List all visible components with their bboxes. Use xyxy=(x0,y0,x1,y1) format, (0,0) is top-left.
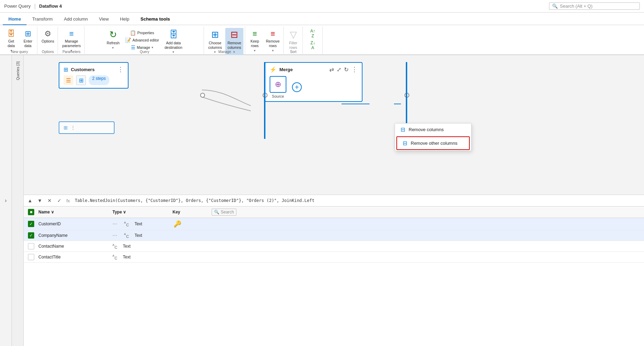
formula-input[interactable] xyxy=(73,197,642,204)
ribbon-group-rows: ≡ Keeprows ▾ ≡ Removerows ▾ xyxy=(246,27,284,55)
advanced-editor-button[interactable]: 📝 Advanced editor xyxy=(123,37,161,44)
add-data-destination-label: Add datadestination xyxy=(164,41,182,50)
advanced-editor-label: Advanced editor xyxy=(132,38,159,42)
row-type-customerid: Text xyxy=(134,221,169,226)
table-row[interactable]: ContactName ᴬC Text xyxy=(24,241,644,252)
merge-node[interactable]: ⚡ Merge ⇄ ⤢ ↻ ⋮ ⊕ xyxy=(265,62,363,102)
select-all-checkbox[interactable]: ■ xyxy=(28,209,34,215)
customers-node-title: Customers xyxy=(71,67,95,72)
customers-output-connector xyxy=(200,93,205,98)
table-search-placeholder: Search xyxy=(221,210,234,215)
table-row[interactable]: ✓ CompanyName ··· ᴬC Text xyxy=(24,230,644,241)
remove-other-columns-menu-icon: ⊟ xyxy=(403,140,407,146)
partial-node-dots[interactable]: ⋮ xyxy=(71,125,75,130)
source-merge-icon: ⊕ xyxy=(275,80,281,89)
global-search[interactable]: 🔍 Search (Alt + Q) xyxy=(549,2,640,10)
table-area: ■ Name ∨ Type ∨ Key 🔍 Search ✓ CustomerI… xyxy=(24,206,644,346)
manage-columns-group-label: Manage xyxy=(205,50,244,54)
sort-az-button[interactable]: A↑Z xyxy=(305,28,321,39)
customers-node[interactable]: ⊞ Customers ⋮ ☰ ⊞ 2 steps xyxy=(59,62,129,89)
row-checkbox-customerid[interactable]: ✓ xyxy=(28,221,34,227)
enter-data-icon: ⊞ xyxy=(25,29,31,38)
merge-node-icon: ⚡ xyxy=(270,66,277,73)
table-row[interactable]: ContactTitle ᴬC Text xyxy=(24,252,644,263)
sidebar-collapse-button[interactable]: › xyxy=(0,55,12,346)
table-search[interactable]: 🔍 Search xyxy=(212,209,236,216)
partial-node-table-icon: ⊞ xyxy=(64,125,68,130)
enter-data-button[interactable]: ⊞ Enterdata xyxy=(20,28,36,50)
remove-columns-menu-item[interactable]: ⊟ Remove columns xyxy=(395,123,471,136)
ribbon-group-new-query: 🗄 Getdata ▾ ⊞ Enterdata New query xyxy=(2,27,37,55)
title-bar: Power Query | Dataflow 4 🔍 Search (Alt +… xyxy=(0,0,644,13)
remove-columns-menu-icon: ⊟ xyxy=(401,126,405,133)
formula-down-button[interactable]: ▼ xyxy=(36,196,44,205)
keep-rows-label: Keeprows xyxy=(250,39,259,48)
ribbon-group-options: ⚙ Options Options xyxy=(38,27,58,55)
sort-az-icon: A↑Z xyxy=(310,29,315,38)
keep-rows-dropdown-arrow: ▾ xyxy=(254,49,256,53)
type-column-header: Type ∨ xyxy=(112,210,168,215)
row-type-contacttitle: Text xyxy=(123,255,158,260)
tab-add-column[interactable]: Add column xyxy=(58,14,94,25)
refresh-icon: ↻ xyxy=(109,29,117,40)
customers-list-icon: ☰ xyxy=(64,75,73,85)
row-checkbox-companyname[interactable]: ✓ xyxy=(28,232,34,239)
merge-menu[interactable]: ⋮ xyxy=(351,66,358,73)
ribbon-tabs: Home Transform Add column View Help Sche… xyxy=(0,13,644,25)
type-icon-contactname: ᴬC xyxy=(112,243,117,249)
merge-share-icon[interactable]: ⇄ xyxy=(329,66,334,73)
enter-data-label: Enterdata xyxy=(23,39,32,48)
refresh-button[interactable]: ↻ Refresh ▾ xyxy=(105,28,122,51)
ribbon-group-query: ↻ Refresh ▾ 📋 Properties 📝 Advanced edit… xyxy=(85,27,204,55)
tab-view[interactable]: View xyxy=(94,14,115,25)
source-label: Source xyxy=(272,94,284,98)
refresh-dropdown-arrow: ▾ xyxy=(112,46,114,50)
options-group-label: Options xyxy=(38,50,58,54)
options-label: Options xyxy=(42,39,54,44)
remove-columns-dropdown: ⊟ Remove columns ⊟ Remove other columns xyxy=(395,123,471,151)
parameters-group-label: Parameters xyxy=(59,50,84,54)
choose-columns-icon: ⊞ xyxy=(211,29,219,40)
merge-expand-icon[interactable]: ⤢ xyxy=(337,66,341,73)
remove-rows-icon: ≡ xyxy=(271,29,275,38)
query-group-label: Query xyxy=(85,50,204,54)
keep-rows-button[interactable]: ≡ Keeprows ▾ xyxy=(247,28,263,54)
formula-up-button[interactable]: ▲ xyxy=(26,196,34,205)
tab-transform[interactable]: Transform xyxy=(27,14,58,25)
row-checkbox-contactname[interactable] xyxy=(28,243,34,249)
remove-rows-button[interactable]: ≡ Removerows ▾ xyxy=(264,28,282,54)
add-step-button[interactable]: + xyxy=(292,82,302,92)
filter-rows-icon: ▽ xyxy=(290,29,297,40)
merge-refresh-icon[interactable]: ↻ xyxy=(344,66,349,73)
new-query-group-label: New query xyxy=(2,50,37,54)
merge-left-border xyxy=(264,62,265,139)
source-icon-box: ⊕ xyxy=(270,76,286,93)
partial-node[interactable]: ⊞ ⋮ xyxy=(59,121,115,134)
tab-schema-tools[interactable]: Schema tools xyxy=(135,14,176,25)
main-layout: › Queries [3] ⊞ Customers xyxy=(0,55,644,346)
filter-group-label: Sort xyxy=(284,50,302,54)
remove-rows-label: Removerows xyxy=(266,39,280,48)
customers-node-menu[interactable]: ⋮ xyxy=(117,66,124,73)
formula-cancel-button[interactable]: ✕ xyxy=(45,196,54,205)
manage-dropdown-arrow: ▾ xyxy=(152,46,153,49)
formula-confirm-button[interactable]: ✓ xyxy=(55,196,64,205)
filter-rows-button[interactable]: ▽ Filterrows xyxy=(286,28,301,51)
row-checkbox-contacttitle[interactable] xyxy=(28,254,34,260)
merge-node-title: Merge xyxy=(279,67,293,72)
row-menu-customerid[interactable]: ··· xyxy=(112,221,117,227)
remove-other-columns-menu-item[interactable]: ⊟ Remove other columns xyxy=(396,136,470,150)
type-icon-customerid: ᴬC xyxy=(124,221,129,227)
row-menu-companyname[interactable]: ··· xyxy=(112,232,117,239)
tab-help[interactable]: Help xyxy=(114,14,135,25)
get-data-label: Getdata xyxy=(8,39,15,48)
ribbon-group-sort: A↑Z Z↓A xyxy=(303,27,323,55)
properties-button[interactable]: 📋 Properties xyxy=(123,29,161,36)
choose-columns-label: Choosecolumns xyxy=(208,41,222,50)
table-row[interactable]: ✓ CustomerID ··· ᴬC Text 🔑 xyxy=(24,218,644,230)
get-data-icon: 🗄 xyxy=(7,29,15,38)
row-name-customerid: CustomerID xyxy=(38,221,108,226)
sort-za-button[interactable]: Z↓A xyxy=(305,40,321,51)
tab-home[interactable]: Home xyxy=(3,14,27,25)
options-button[interactable]: ⚙ Options xyxy=(39,28,56,45)
